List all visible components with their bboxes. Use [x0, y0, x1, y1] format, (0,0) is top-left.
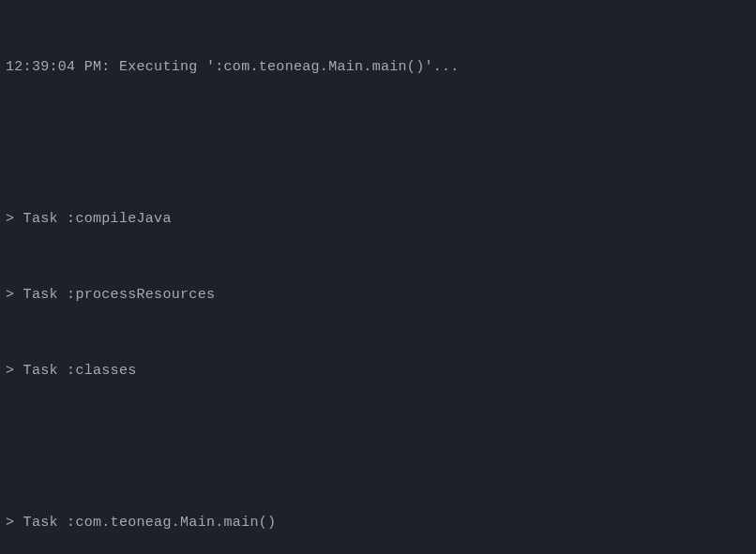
- console-line-task-compile: > Task :compileJava: [6, 206, 750, 232]
- console-line-timestamp: 12:39:04 PM: Executing ':com.teoneag.Mai…: [6, 54, 750, 80]
- console-output[interactable]: 12:39:04 PM: Executing ':com.teoneag.Mai…: [6, 4, 750, 554]
- console-line-task-resources: > Task :processResources: [6, 282, 750, 307]
- console-blank-line: [6, 130, 750, 156]
- console-line-task-main: > Task :com.teoneag.Main.main(): [6, 510, 750, 535]
- console-line-task-classes: > Task :classes: [6, 358, 750, 383]
- console-blank-line: [6, 434, 750, 459]
